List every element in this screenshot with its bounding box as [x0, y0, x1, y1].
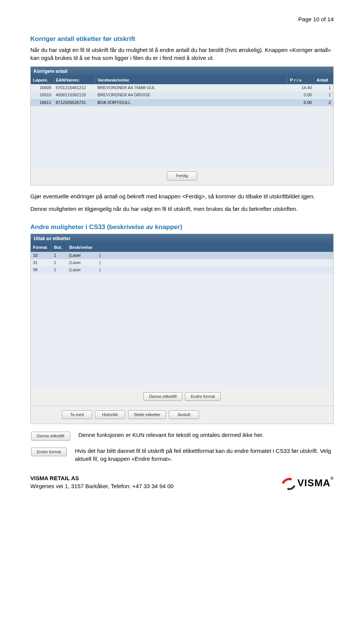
ferdig-button[interactable]: Ferdig	[167, 171, 197, 180]
col-varebesk[interactable]: Varebeskrivelse	[95, 76, 288, 84]
footer-company: VISMA RETAIL AS	[30, 474, 174, 482]
cell: 2	[314, 99, 333, 106]
visma-logo-word: VISMA	[297, 477, 330, 489]
panel1-empty-area	[31, 106, 333, 167]
col-but[interactable]: But.	[52, 244, 67, 251]
cell: 1	[314, 91, 333, 99]
cell: 0.00	[288, 99, 314, 106]
cell: (Laser	[67, 266, 97, 273]
section2-title: Andre muligheter i CS33 (beskrivelse av …	[30, 223, 334, 232]
section1-para1: Når du har valgt en fil til utskrift får…	[30, 46, 334, 62]
col-besk[interactable]: Beskrivelse	[67, 244, 333, 251]
cell: 10	[31, 252, 52, 259]
cell: 1	[52, 259, 67, 266]
panel2-title: Uttak av etiketter	[31, 234, 333, 244]
cell: 31	[31, 259, 52, 266]
cell: )	[97, 266, 333, 273]
panel-korrigere-antall: Korrigere antall Løpenr. EAN/Varenr. Var…	[30, 66, 334, 185]
table-row[interactable]: 16609 5701216481212 BREVORDNER A4 75MM G…	[31, 84, 333, 91]
endre-format-button[interactable]: Endre format	[185, 392, 221, 401]
col-ean[interactable]: EAN/Varenr.	[53, 76, 95, 84]
avslutt-button[interactable]: Avslutt	[169, 410, 199, 419]
panel-uttak-etiketter: Uttak av etiketter Format But. Beskrivel…	[30, 234, 334, 424]
slette-etiketter-button[interactable]: Slette etiketter	[128, 410, 166, 419]
cell: 0.00	[288, 91, 314, 99]
cell: (Laser	[67, 252, 97, 259]
cell: 16609	[31, 84, 53, 91]
panel2-button-row-b: Ta med Historikk Slette etiketter Avslut…	[31, 405, 333, 424]
cell: (Laser	[67, 259, 97, 266]
table-row[interactable]: 16611 8712026526731 BOA SORT/GULL 0.00 2	[31, 99, 333, 106]
panel2-empty-area	[31, 274, 333, 388]
cell: BREVORDNER A4 75MM GUL	[95, 84, 288, 91]
panel1-grid: Løpenr. EAN/Varenr. Varebeskrivelse P r …	[31, 76, 333, 107]
danne-etikettfil-button[interactable]: Danne etikettfil	[143, 392, 182, 401]
panel1-button-row: Ferdig	[31, 167, 333, 185]
section1-para3: Denne muligheten er tilgjengelig når du …	[30, 205, 334, 213]
historikk-button[interactable]: Historikk	[95, 410, 125, 419]
col-antall[interactable]: Antall	[314, 76, 333, 84]
cell: 1	[52, 252, 67, 259]
cell: 1	[52, 266, 67, 273]
page-number: Page 10 of 14	[30, 15, 334, 23]
section1-para2: Gjør eventuelle endringer på antall og b…	[30, 192, 334, 200]
table-row[interactable]: 16610 4008110382128 BREVORDNER A4 DØVIGE…	[31, 91, 333, 99]
cell: 16611	[31, 99, 53, 106]
danne-etikettfil-button-ref[interactable]: Danne etikettfil	[31, 432, 70, 440]
cell: 4008110382128	[53, 91, 95, 99]
section1-title: Korriger antall etiketter før utskrift	[30, 35, 334, 44]
info1-text: Denne funksjonen er KUN relevant for tek…	[78, 431, 334, 439]
cell: 14.40	[288, 84, 314, 91]
visma-logo: VISMA®	[282, 476, 334, 490]
footer-address: Wirgenes vei 1, 3157 Barkåker, Telefon: …	[30, 482, 174, 490]
cell: 98	[31, 266, 52, 273]
cell: 16610	[31, 91, 53, 99]
info-endre-format: Endre format Hvis det har blitt dannet f…	[30, 447, 334, 463]
cell: )	[97, 252, 333, 259]
visma-logo-text: VISMA®	[297, 476, 334, 490]
footer-left: VISMA RETAIL AS Wirgenes vei 1, 3157 Bar…	[30, 474, 174, 490]
registered-icon: ®	[331, 476, 334, 481]
table-row[interactable]: 10 1 (Laser )	[31, 252, 333, 259]
cell: BREVORDNER A4 DØVIGE	[95, 91, 288, 99]
visma-swoosh-icon	[282, 478, 295, 489]
cell: 8712026526731	[53, 99, 95, 106]
info-danne-etikettfil: Danne etikettfil Denne funksjonen er KUN…	[30, 431, 334, 441]
cell: 5701216481212	[53, 84, 95, 91]
cell: BOA SORT/GULL	[95, 99, 288, 106]
col-pris[interactable]: P r i s	[288, 76, 314, 84]
panel2-grid: Format But. Beskrivelse 10 1 (Laser ) 31…	[31, 244, 333, 274]
panel2-button-row-a: Danne etikettfil Endre format	[31, 388, 333, 405]
ta-med-button[interactable]: Ta med	[62, 410, 92, 419]
table-row[interactable]: 98 1 (Laser )	[31, 266, 333, 273]
endre-format-button-ref[interactable]: Endre format	[31, 448, 67, 456]
page-footer: VISMA RETAIL AS Wirgenes vei 1, 3157 Bar…	[30, 474, 334, 490]
table-row[interactable]: 31 1 (Laser )	[31, 259, 333, 266]
col-format[interactable]: Format	[31, 244, 52, 251]
panel1-title: Korrigere antall	[31, 67, 333, 76]
info2-text: Hvis det har blitt dannet fil til utskri…	[75, 447, 334, 463]
cell: 1	[314, 84, 333, 91]
col-lopenr[interactable]: Løpenr.	[31, 76, 53, 84]
cell: )	[97, 259, 333, 266]
